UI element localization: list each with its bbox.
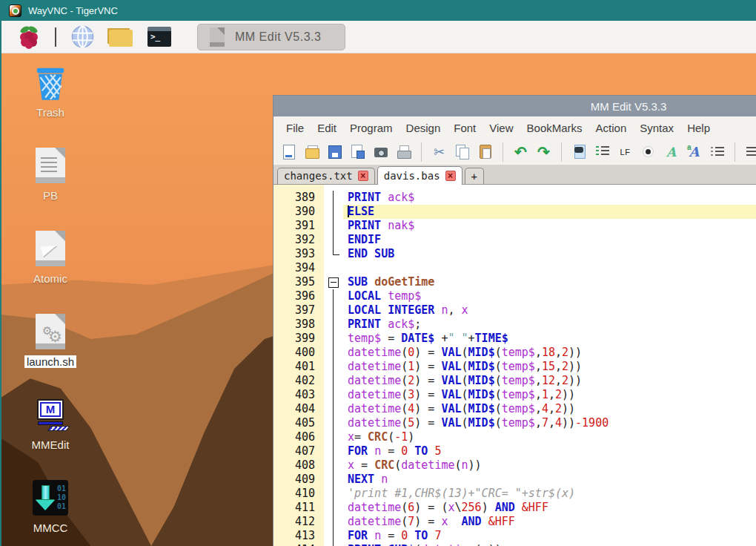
menu-design[interactable]: Design bbox=[399, 122, 448, 134]
new-tab-button[interactable]: + bbox=[465, 168, 484, 184]
code-line-text[interactable]: datetime(3) = VAL(MID$(temp$,1,2)) bbox=[343, 388, 756, 402]
code-line: 413FOR n = 0 TO 7 bbox=[273, 529, 756, 543]
vnc-titlebar[interactable]: WayVNC - TigerVNC bbox=[0, 0, 756, 21]
terminal-button[interactable] bbox=[147, 25, 172, 49]
window-title: MM Edit V5.3.3 bbox=[591, 100, 667, 113]
menu-action[interactable]: Action bbox=[589, 122, 634, 134]
menu-font[interactable]: Font bbox=[447, 122, 483, 134]
code-line: 402datetime(2) = VAL(MID$(temp$,12,2)) bbox=[273, 374, 756, 388]
code-line-text[interactable]: x = CRC(datetime(n)) bbox=[343, 458, 756, 473]
menu-file[interactable]: File bbox=[279, 122, 311, 134]
fold-guide bbox=[324, 261, 343, 275]
menu-view[interactable]: View bbox=[483, 122, 520, 134]
tab-davis-bas[interactable]: davis.bas× bbox=[377, 166, 462, 185]
code-line-text[interactable]: datetime(1) = VAL(MID$(temp$,15,2)) bbox=[343, 360, 756, 374]
whitespace-dot-icon[interactable] bbox=[639, 142, 657, 162]
code-line-text[interactable]: PRINT CHR$(datetime(n)) bbox=[343, 543, 756, 546]
window-titlebar[interactable]: MM Edit V5.3.3 bbox=[273, 96, 756, 116]
code-line-text[interactable]: ELSE bbox=[343, 205, 756, 219]
new-file-icon[interactable] bbox=[279, 142, 298, 162]
font-color-icon[interactable] bbox=[662, 142, 680, 162]
line-number: 392 bbox=[273, 233, 324, 247]
raspberry-menu-button[interactable] bbox=[16, 25, 42, 49]
code-line-text[interactable]: LOCAL temp$ bbox=[343, 289, 756, 303]
code-line-text[interactable]: PRINT ack$; bbox=[343, 318, 756, 332]
line-ending-lf-icon[interactable]: LF bbox=[616, 142, 634, 162]
code-line: 406x= CRC(-1) bbox=[273, 430, 756, 444]
tigervnc-logo-icon bbox=[9, 4, 21, 17]
code-line-text[interactable]: ENDIF bbox=[343, 233, 756, 247]
undo-icon[interactable] bbox=[511, 142, 530, 162]
code-line-text[interactable] bbox=[343, 261, 756, 275]
close-tab-icon[interactable]: × bbox=[358, 171, 368, 181]
desktop-icon-mmedit[interactable]: MMMEdit bbox=[15, 396, 86, 451]
taskbar-app-button[interactable]: MM Edit V5.3.3 bbox=[197, 24, 345, 50]
code-line-text[interactable]: FOR n = 0 TO 7 bbox=[343, 529, 756, 543]
cut-icon[interactable] bbox=[430, 142, 448, 162]
code-editor[interactable]: 389PRINT ack$390ELSE391PRINT nak$392ENDI… bbox=[273, 185, 756, 546]
code-line: 407FOR n = 0 TO 5 bbox=[273, 444, 756, 458]
desktop-icon-launch-sh[interactable]: ⚙⚙launch.sh bbox=[15, 313, 86, 368]
code-line-text[interactable]: NEXT n bbox=[343, 473, 756, 487]
print-icon[interactable] bbox=[394, 142, 413, 162]
menu-syntax[interactable]: Syntax bbox=[633, 122, 680, 134]
desktop-icon-label: MMEdit bbox=[32, 438, 70, 451]
code-line-text[interactable]: SUB doGetTime bbox=[343, 275, 756, 289]
redo-icon[interactable] bbox=[534, 142, 553, 162]
desktop-icon-mmcc[interactable]: 011001MMCC bbox=[15, 479, 86, 534]
code-line-text[interactable]: END SUB bbox=[343, 247, 756, 261]
change-case-icon[interactable] bbox=[685, 142, 703, 162]
code-line-text[interactable]: datetime(2) = VAL(MID$(temp$,12,2)) bbox=[343, 374, 756, 388]
code-line-text[interactable]: LOCAL INTEGER n, x bbox=[343, 303, 756, 318]
code-line-text[interactable]: datetime(4) = VAL(MID$(temp$,4,2)) bbox=[343, 402, 756, 416]
save-as-icon[interactable] bbox=[348, 142, 367, 162]
fold-guide bbox=[324, 191, 343, 205]
code-line-text[interactable]: PRINT nak$ bbox=[343, 219, 756, 233]
code-line-text[interactable]: PRINT ack$ bbox=[343, 191, 756, 205]
paper-plane-icon bbox=[36, 231, 65, 266]
save-file-icon[interactable] bbox=[325, 142, 344, 162]
find-in-files-icon[interactable] bbox=[570, 142, 588, 162]
tab-label: changes.txt bbox=[284, 170, 353, 182]
menu-help[interactable]: Help bbox=[680, 122, 717, 134]
menu-edit[interactable]: Edit bbox=[311, 122, 343, 134]
code-line-text[interactable]: temp$ = DATE$ +" "+TIME$ bbox=[343, 332, 756, 346]
close-tab-icon[interactable]: × bbox=[445, 171, 456, 181]
line-number: 400 bbox=[273, 346, 324, 360]
copy-icon[interactable] bbox=[453, 142, 471, 162]
desktop-icon-atomic[interactable]: Atomic bbox=[15, 230, 86, 285]
code-line-text[interactable]: datetime(7) = x AND &HFF bbox=[343, 515, 756, 529]
code-line-text[interactable]: x= CRC(-1) bbox=[343, 430, 756, 444]
desktop-icon-trash[interactable]: Trash bbox=[15, 64, 86, 119]
code-line-text[interactable]: datetime(0) = VAL(MID$(temp$,18,2)) bbox=[343, 346, 756, 360]
indent-right-icon[interactable] bbox=[743, 142, 756, 162]
code-line: 409NEXT n bbox=[273, 473, 756, 487]
file-manager-button[interactable] bbox=[108, 25, 133, 49]
line-numbers-icon[interactable] bbox=[593, 142, 611, 162]
vnc-window-title: WayVNC - TigerVNC bbox=[28, 5, 118, 16]
code-line: 399temp$ = DATE$ +" "+TIME$ bbox=[273, 332, 756, 346]
outline-list-icon[interactable] bbox=[708, 142, 726, 162]
code-line-text[interactable]: datetime(5) = VAL(MID$(temp$,7,4))-1900 bbox=[343, 416, 756, 430]
tab-label: davis.bas bbox=[384, 170, 440, 182]
fold-guide bbox=[324, 360, 343, 374]
code-line: 412datetime(7) = x AND &HFF bbox=[273, 515, 756, 529]
fold-guide bbox=[324, 289, 343, 303]
paste-icon[interactable] bbox=[476, 142, 494, 162]
menu-bookmarks[interactable]: BookMarks bbox=[520, 122, 589, 134]
fold-toggle-icon[interactable] bbox=[324, 275, 343, 289]
code-line-text[interactable]: datetime(6) = (x\256) AND &HFF bbox=[343, 501, 756, 515]
line-number: 406 bbox=[273, 430, 324, 444]
code-line-text[interactable]: FOR n = 0 TO 5 bbox=[343, 444, 756, 458]
code-line: 400datetime(0) = VAL(MID$(temp$,18,2)) bbox=[273, 346, 756, 360]
code-line: 395SUB doGetTime bbox=[273, 275, 756, 289]
menu-program[interactable]: Program bbox=[343, 122, 399, 134]
web-browser-button[interactable] bbox=[70, 25, 95, 49]
desktop-icon-pb[interactable]: PB bbox=[15, 147, 86, 202]
code-line-text[interactable]: 'print #1,CHR$(13)+"CRC= "+str$(x) bbox=[343, 487, 756, 501]
screenshot-icon[interactable] bbox=[371, 142, 390, 162]
tab-changes-txt[interactable]: changes.txt× bbox=[277, 168, 375, 184]
line-number: 412 bbox=[273, 515, 324, 529]
mmcc-download-icon: 011001 bbox=[33, 480, 68, 516]
open-file-icon[interactable] bbox=[302, 142, 321, 162]
